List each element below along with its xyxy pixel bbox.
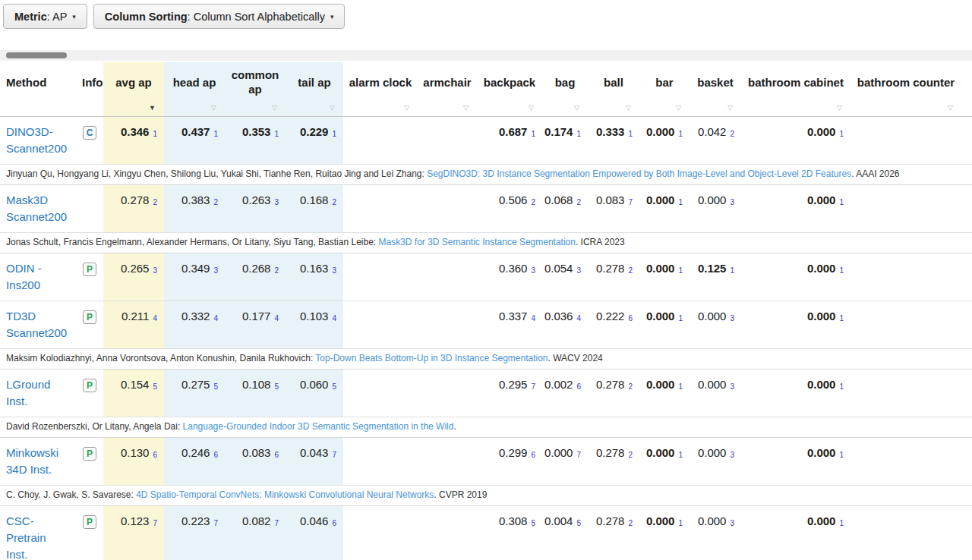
method-link[interactable]: ODIN - Ins200: [6, 262, 42, 291]
rank-badge: 3: [730, 451, 734, 459]
method-cell: DINO3D- Scannet200: [0, 116, 76, 164]
sort-icon[interactable]: ▽: [727, 105, 733, 112]
metric-value: 0.000: [807, 310, 836, 322]
table-row: DINO3D- Scannet200C0.34610.43710.35310.2…: [0, 116, 972, 164]
rank-badge: 6: [531, 451, 535, 459]
metric-cell-bathroom-cabinet: 0.0001: [741, 505, 850, 560]
column-header-avg-ap[interactable]: avg ap▼: [103, 62, 164, 116]
table-row: TD3D Scannet200P0.21140.33240.17740.1034…: [0, 300, 972, 348]
info-paper-badge[interactable]: P: [83, 310, 96, 324]
info-paper-badge[interactable]: P: [83, 515, 96, 529]
scrollbar-thumb[interactable]: [6, 52, 67, 58]
column-header-label: backpack: [477, 62, 542, 100]
rank-badge: 1: [678, 266, 683, 275]
column-sorting-dropdown[interactable]: Column Sorting: Column Sort Alphabetical…: [93, 4, 346, 29]
sort-icon[interactable]: ▽: [574, 105, 579, 112]
method-cell: ODIN - Ins200: [0, 253, 76, 300]
rank-badge: 1: [839, 130, 844, 138]
metric-cell-alarm-clock: [343, 116, 418, 164]
rank-badge: 5: [332, 382, 336, 391]
sort-icon[interactable]: ▽: [676, 105, 681, 112]
metric-cell-bag: 0.0543: [542, 253, 588, 300]
citation-link[interactable]: Language-Grounded Indoor 3D Semantic Seg…: [183, 421, 454, 432]
sort-icon[interactable]: ▽: [404, 105, 409, 112]
method-link[interactable]: Mask3D Scannet200: [6, 193, 67, 223]
metric-cell-tail-ap: 0.1682: [286, 184, 343, 232]
citation-link[interactable]: SegDINO3D: 3D Instance Segmentation Empo…: [427, 168, 851, 179]
metric-cell-tail-ap: 0.1034: [286, 300, 343, 348]
metric-cell-tail-ap: 0.0605: [286, 369, 343, 417]
sort-icon[interactable]: ▽: [529, 105, 534, 112]
sort-icon[interactable]: ▽: [948, 105, 953, 112]
metric-value: 0.000: [807, 125, 836, 138]
info-code-badge[interactable]: C: [83, 126, 96, 140]
column-header-head-ap[interactable]: head ap▽: [164, 62, 225, 116]
metric-value: 0.000: [544, 446, 573, 459]
info-cell: P: [76, 437, 103, 485]
method-link[interactable]: DINO3D- Scannet200: [6, 125, 67, 155]
sort-icon[interactable]: ▽: [837, 105, 842, 112]
column-header-basket[interactable]: basket▽: [690, 62, 741, 116]
metric-value: 0.268: [242, 262, 271, 275]
metric-value: 0.000: [646, 310, 675, 322]
column-header-bathroom-cabinet[interactable]: bathroom cabinet▽: [741, 62, 850, 116]
info-paper-badge[interactable]: P: [83, 447, 96, 461]
column-sorting-dropdown-label: Column Sorting: [105, 11, 188, 23]
citation-authors: Jonas Schult, Francis Engelmann, Alexand…: [6, 237, 378, 247]
metric-cell-common-ap: 0.2682: [225, 253, 286, 300]
metric-cell-bar: 0.0001: [639, 300, 690, 348]
citation-row: C. Choy, J. Gwak, S. Savarese: 4D Spatio…: [0, 485, 972, 505]
column-header-alarm-clock[interactable]: alarm clock▽: [343, 62, 418, 116]
rank-badge: 2: [730, 130, 734, 138]
rank-badge: 1: [839, 451, 844, 459]
metric-value: 0.108: [242, 378, 271, 391]
info-paper-badge[interactable]: P: [83, 379, 96, 392]
citation-link[interactable]: Mask3D for 3D Semantic Instance Segmenta…: [378, 237, 575, 247]
column-header-label: bathroom cabinet: [741, 62, 850, 100]
column-header-common-ap[interactable]: common ap▽: [225, 62, 286, 116]
metric-cell-bathtub: [961, 505, 972, 560]
citation-link[interactable]: 4D Spatio-Temporal ConvNets: Minkowski C…: [136, 489, 434, 500]
sort-icon[interactable]: ▽: [626, 105, 631, 112]
sort-icon[interactable]: ▽: [211, 105, 216, 112]
column-header-armchair[interactable]: armchair▽: [418, 62, 477, 116]
metric-cell-bathroom-counter: [850, 253, 961, 300]
sort-icon[interactable]: ▽: [330, 105, 335, 112]
metric-cell-alarm-clock: [343, 369, 418, 417]
citation-link[interactable]: Top-Down Beats Bottom-Up in 3D Instance …: [315, 353, 548, 363]
method-link[interactable]: TD3D Scannet200: [6, 310, 67, 339]
method-cell: TD3D Scannet200: [0, 300, 76, 348]
method-cell: Mask3D Scannet200: [0, 184, 76, 232]
metric-value: 0.000: [646, 262, 675, 275]
metric-cell-bathroom-cabinet: 0.0001: [741, 116, 850, 164]
citation-row: Jinyuan Qu, Hongyang Li, Xingyu Chen, Sh…: [0, 164, 972, 184]
column-header-backpack[interactable]: backpack▽: [477, 62, 542, 116]
sort-icon[interactable]: ▽: [272, 105, 277, 112]
info-paper-badge[interactable]: P: [83, 263, 96, 276]
metric-value: 0.337: [499, 310, 528, 322]
rank-badge: 2: [628, 382, 633, 391]
metric-value: 0.437: [181, 125, 210, 138]
metric-dropdown[interactable]: Metric: AP ▾: [3, 4, 87, 29]
rank-badge: 5: [576, 519, 581, 527]
column-header-tail-ap[interactable]: tail ap▽: [286, 62, 343, 116]
metric-value: 0.000: [698, 446, 727, 459]
metric-cell-bathroom-cabinet: 0.0001: [741, 437, 850, 485]
column-header-bathroom-counter[interactable]: bathroom counter▽: [850, 62, 961, 116]
method-link[interactable]: LGround Inst.: [6, 378, 50, 407]
sort-desc-active-icon[interactable]: ▼: [149, 105, 156, 112]
rank-badge: 3: [213, 266, 218, 275]
rank-badge: 3: [332, 266, 336, 275]
column-header-bathtub[interactable]: bathtub▽: [961, 62, 972, 116]
metric-cell-bag: 0.0682: [542, 184, 588, 232]
method-link[interactable]: Minkowski 34D Inst.: [6, 446, 58, 476]
citation-cell: C. Choy, J. Gwak, S. Savarese: 4D Spatio…: [0, 485, 972, 505]
column-header-ball[interactable]: ball▽: [588, 62, 639, 116]
rank-badge: 1: [839, 314, 844, 322]
column-header-bar[interactable]: bar▽: [639, 62, 690, 116]
horizontal-scrollbar[interactable]: [0, 50, 972, 61]
method-link[interactable]: CSC- Pretrain Inst.: [6, 514, 46, 560]
column-header-bag[interactable]: bag▽: [542, 62, 588, 116]
metric-value: 0.000: [807, 446, 836, 459]
sort-icon[interactable]: ▽: [463, 105, 469, 112]
